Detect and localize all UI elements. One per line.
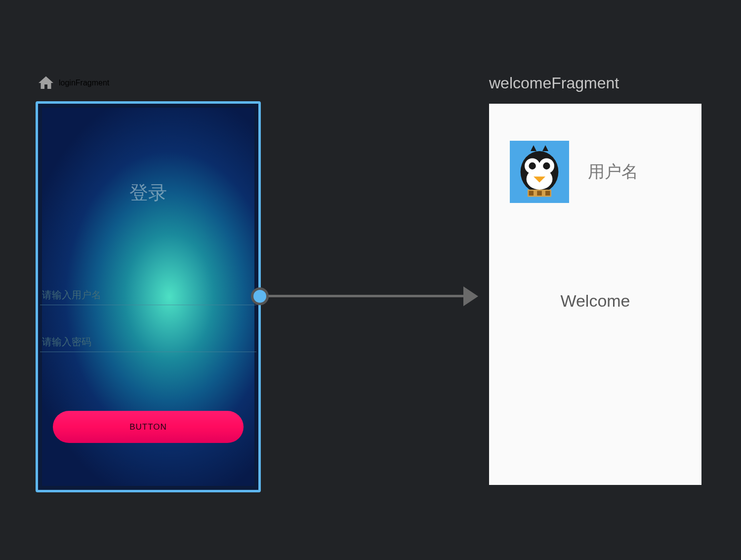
home-icon <box>37 74 55 92</box>
login-fragment-header: loginFragment <box>37 74 109 92</box>
svg-rect-9 <box>537 191 542 196</box>
password-input[interactable] <box>40 332 256 352</box>
username-label: 用户名 <box>588 160 638 183</box>
navigation-action-handle[interactable] <box>251 287 269 305</box>
svg-point-5 <box>529 162 535 169</box>
navigation-arrow-line <box>267 295 467 297</box>
svg-rect-10 <box>545 191 550 196</box>
svg-point-6 <box>543 162 550 169</box>
login-fragment-frame[interactable]: 登录 BUTTON <box>36 101 261 492</box>
login-title: 登录 <box>38 180 258 205</box>
avatar <box>510 141 569 203</box>
welcome-text: Welcome <box>489 291 701 311</box>
welcome-fragment-label: welcomeFragment <box>489 74 619 92</box>
login-button[interactable]: BUTTON <box>53 411 244 443</box>
login-fragment-label: loginFragment <box>59 79 109 87</box>
navigation-arrow-head <box>463 286 478 306</box>
username-input[interactable] <box>40 285 256 305</box>
svg-rect-8 <box>529 191 534 196</box>
welcome-fragment-frame[interactable]: 用户名 Welcome <box>489 104 701 485</box>
